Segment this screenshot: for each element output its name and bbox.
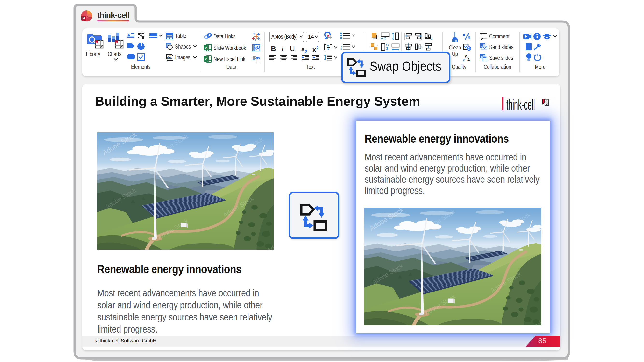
- svg-text:x: x: [205, 57, 207, 61]
- svg-text:85: 85: [538, 337, 546, 345]
- svg-text:x: x: [205, 46, 207, 50]
- svg-text:3: 3: [340, 48, 342, 50]
- svg-text:P: P: [82, 16, 85, 21]
- svg-text:A: A: [127, 33, 130, 37]
- svg-text:A: A: [467, 58, 470, 61]
- svg-text:A: A: [258, 57, 259, 60]
